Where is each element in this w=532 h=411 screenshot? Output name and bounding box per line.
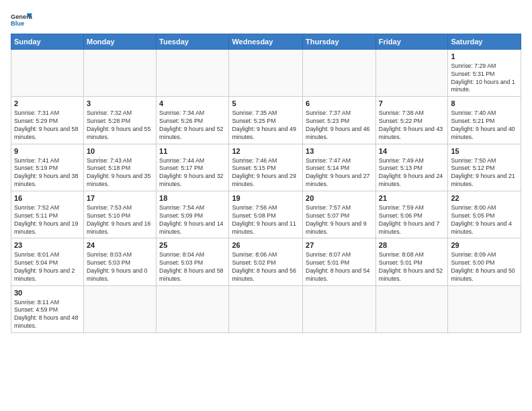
calendar-cell (11, 50, 84, 97)
day-info: Sunrise: 7:34 AMSunset: 5:26 PMDaylight:… (159, 109, 226, 142)
header: General Blue (11, 11, 521, 30)
calendar-cell: 21Sunrise: 7:59 AMSunset: 5:06 PMDayligh… (375, 191, 448, 238)
calendar-cell: 20Sunrise: 7:57 AMSunset: 5:07 PMDayligh… (303, 191, 376, 238)
day-info: Sunrise: 7:38 AMSunset: 5:22 PMDaylight:… (379, 109, 445, 142)
calendar-cell: 9Sunrise: 7:41 AMSunset: 5:19 PMDaylight… (11, 144, 84, 191)
calendar-cell: 7Sunrise: 7:38 AMSunset: 5:22 PMDaylight… (375, 97, 448, 144)
day-number: 7 (379, 99, 445, 109)
day-info: Sunrise: 7:41 AMSunset: 5:19 PMDaylight:… (14, 157, 81, 189)
day-number: 6 (306, 99, 373, 109)
day-info: Sunrise: 7:35 AMSunset: 5:25 PMDaylight:… (232, 109, 300, 142)
day-info: Sunrise: 7:43 AMSunset: 5:18 PMDaylight:… (87, 157, 153, 189)
calendar-cell: 25Sunrise: 8:04 AMSunset: 5:03 PMDayligh… (157, 238, 229, 285)
day-info: Sunrise: 7:32 AMSunset: 5:28 PMDaylight:… (87, 109, 153, 142)
day-info: Sunrise: 7:44 AMSunset: 5:17 PMDaylight:… (159, 157, 226, 189)
calendar-cell (229, 50, 303, 97)
calendar-cell: 10Sunrise: 7:43 AMSunset: 5:18 PMDayligh… (83, 144, 156, 191)
calendar-cell: 1Sunrise: 7:29 AMSunset: 5:31 PMDaylight… (448, 50, 521, 97)
day-number: 29 (451, 240, 518, 250)
day-number: 3 (87, 99, 153, 109)
day-number: 11 (159, 146, 226, 156)
day-info: Sunrise: 7:53 AMSunset: 5:10 PMDaylight:… (87, 204, 153, 236)
day-info: Sunrise: 7:31 AMSunset: 5:29 PMDaylight:… (14, 109, 81, 142)
calendar-table: SundayMondayTuesdayWednesdayThursdayFrid… (11, 34, 521, 333)
day-info: Sunrise: 7:57 AMSunset: 5:07 PMDaylight:… (306, 204, 373, 236)
logo: General Blue (11, 11, 32, 30)
day-info: Sunrise: 7:56 AMSunset: 5:08 PMDaylight:… (232, 204, 300, 236)
day-number: 13 (306, 146, 373, 156)
calendar-cell: 28Sunrise: 8:08 AMSunset: 5:01 PMDayligh… (375, 238, 448, 285)
calendar-cell: 13Sunrise: 7:47 AMSunset: 5:14 PMDayligh… (303, 144, 376, 191)
day-number: 30 (14, 288, 81, 298)
calendar-cell: 19Sunrise: 7:56 AMSunset: 5:08 PMDayligh… (229, 191, 303, 238)
day-number: 16 (14, 193, 81, 203)
day-number: 9 (14, 146, 81, 156)
day-number: 22 (451, 193, 518, 203)
day-number: 20 (306, 193, 373, 203)
weekday-header-friday: Friday (375, 34, 448, 50)
day-info: Sunrise: 7:40 AMSunset: 5:21 PMDaylight:… (451, 109, 518, 142)
day-number: 21 (379, 193, 445, 203)
day-number: 28 (379, 240, 445, 250)
day-info: Sunrise: 8:03 AMSunset: 5:03 PMDaylight:… (87, 251, 153, 283)
day-number: 26 (232, 240, 300, 250)
day-info: Sunrise: 7:49 AMSunset: 5:13 PMDaylight:… (379, 157, 445, 189)
weekday-header-tuesday: Tuesday (157, 34, 229, 50)
weekday-header-saturday: Saturday (448, 34, 521, 50)
day-number: 17 (87, 193, 153, 203)
calendar-cell: 2Sunrise: 7:31 AMSunset: 5:29 PMDaylight… (11, 97, 84, 144)
calendar-cell (229, 285, 303, 332)
day-info: Sunrise: 8:07 AMSunset: 5:01 PMDaylight:… (306, 251, 373, 283)
day-number: 4 (159, 99, 226, 109)
calendar-cell: 15Sunrise: 7:50 AMSunset: 5:12 PMDayligh… (448, 144, 521, 191)
calendar-cell: 3Sunrise: 7:32 AMSunset: 5:28 PMDaylight… (83, 97, 156, 144)
day-number: 12 (232, 146, 300, 156)
day-info: Sunrise: 8:04 AMSunset: 5:03 PMDaylight:… (159, 251, 226, 283)
calendar-cell: 26Sunrise: 8:06 AMSunset: 5:02 PMDayligh… (229, 238, 303, 285)
calendar-cell: 6Sunrise: 7:37 AMSunset: 5:23 PMDaylight… (303, 97, 376, 144)
weekday-header-sunday: Sunday (11, 34, 84, 50)
calendar-cell: 24Sunrise: 8:03 AMSunset: 5:03 PMDayligh… (83, 238, 156, 285)
day-info: Sunrise: 7:52 AMSunset: 5:11 PMDaylight:… (14, 204, 81, 236)
day-info: Sunrise: 8:08 AMSunset: 5:01 PMDaylight:… (379, 251, 445, 283)
day-info: Sunrise: 7:47 AMSunset: 5:14 PMDaylight:… (306, 157, 373, 189)
day-info: Sunrise: 7:54 AMSunset: 5:09 PMDaylight:… (159, 204, 226, 236)
calendar-cell: 16Sunrise: 7:52 AMSunset: 5:11 PMDayligh… (11, 191, 84, 238)
calendar-cell (83, 50, 156, 97)
calendar-cell (375, 50, 448, 97)
day-number: 24 (87, 240, 153, 250)
day-number: 1 (451, 52, 518, 62)
day-info: Sunrise: 8:00 AMSunset: 5:05 PMDaylight:… (451, 204, 518, 236)
day-info: Sunrise: 7:59 AMSunset: 5:06 PMDaylight:… (379, 204, 445, 236)
calendar-cell: 22Sunrise: 8:00 AMSunset: 5:05 PMDayligh… (448, 191, 521, 238)
day-info: Sunrise: 8:09 AMSunset: 5:00 PMDaylight:… (451, 251, 518, 283)
day-number: 23 (14, 240, 81, 250)
day-number: 18 (159, 193, 226, 203)
day-number: 5 (232, 99, 300, 109)
day-number: 19 (232, 193, 300, 203)
day-info: Sunrise: 8:06 AMSunset: 5:02 PMDaylight:… (232, 251, 300, 283)
svg-text:Blue: Blue (11, 20, 24, 27)
day-info: Sunrise: 7:37 AMSunset: 5:23 PMDaylight:… (306, 109, 373, 142)
day-info: Sunrise: 7:29 AMSunset: 5:31 PMDaylight:… (451, 62, 518, 95)
calendar-cell (83, 285, 156, 332)
day-info: Sunrise: 7:50 AMSunset: 5:12 PMDaylight:… (451, 157, 518, 189)
calendar-cell (375, 285, 448, 332)
day-number: 10 (87, 146, 153, 156)
day-info: Sunrise: 7:46 AMSunset: 5:15 PMDaylight:… (232, 157, 300, 189)
calendar-cell (448, 285, 521, 332)
calendar-cell: 30Sunrise: 8:11 AMSunset: 4:59 PMDayligh… (11, 285, 84, 332)
day-number: 8 (451, 99, 518, 109)
calendar-cell: 12Sunrise: 7:46 AMSunset: 5:15 PMDayligh… (229, 144, 303, 191)
day-number: 25 (159, 240, 226, 250)
calendar-cell (157, 285, 229, 332)
calendar-cell: 14Sunrise: 7:49 AMSunset: 5:13 PMDayligh… (375, 144, 448, 191)
weekday-header-thursday: Thursday (303, 34, 376, 50)
day-number: 14 (379, 146, 445, 156)
calendar-cell: 18Sunrise: 7:54 AMSunset: 5:09 PMDayligh… (157, 191, 229, 238)
calendar-cell: 8Sunrise: 7:40 AMSunset: 5:21 PMDaylight… (448, 97, 521, 144)
calendar-cell (303, 50, 376, 97)
day-number: 27 (306, 240, 373, 250)
calendar-cell: 5Sunrise: 7:35 AMSunset: 5:25 PMDaylight… (229, 97, 303, 144)
day-info: Sunrise: 8:11 AMSunset: 4:59 PMDaylight:… (14, 299, 81, 331)
